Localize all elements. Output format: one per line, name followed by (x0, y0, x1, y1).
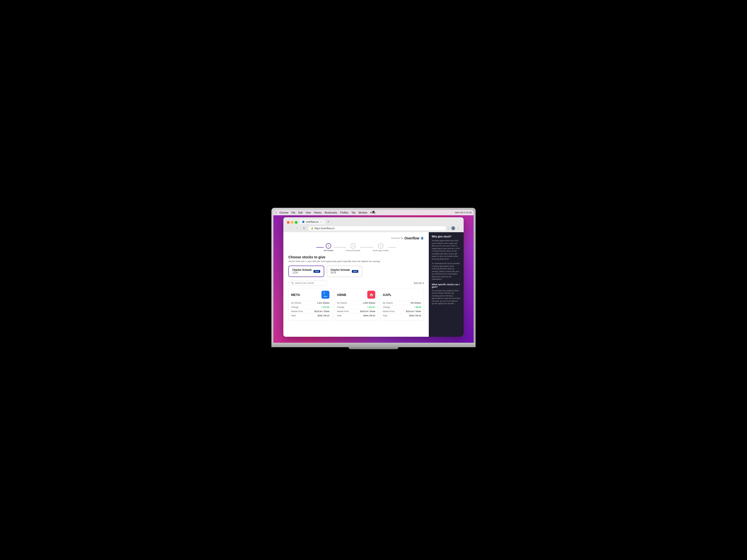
toolbar: ← → ↻ 🔒 https://overflow.co ☆ 👤 ⋮ (285, 224, 462, 232)
stock-meta-price-row: Market Price $333.64 / Share (291, 309, 329, 313)
active-tab[interactable]: 🔵 overflow.co ✕ (300, 219, 325, 224)
menu-tab[interactable]: Tab (351, 211, 355, 214)
stock-abnb-ticker: ABNB (337, 293, 346, 297)
stock-meta-shares-row: My Shares 1,321 Shares (291, 301, 329, 305)
account-card-2-info: Charles Schwab 5678 (331, 269, 350, 274)
stock-meta-change-label: Change (291, 306, 299, 309)
menu-chrome[interactable]: Chrome (279, 211, 288, 214)
back-button[interactable]: ← (287, 225, 293, 231)
tab-bar: 🔵 overflow.co ✕ + (285, 219, 462, 224)
stock-aapl-price-row: Market Price $333.64 / Share (383, 309, 421, 313)
stock-meta-change-row: Change + $12.89 (291, 305, 329, 309)
menu-bookmarks[interactable]: Bookmarks (325, 211, 337, 214)
forward-button[interactable]: → (294, 225, 300, 231)
step-2: 2 Personal Details (346, 243, 360, 251)
search-input-wrap[interactable]: 🔍 (288, 281, 328, 286)
laptop-foot (349, 347, 398, 349)
menu-profiles[interactable]: Profiles (340, 211, 349, 214)
user-profile-icon[interactable]: 👤 (420, 236, 424, 240)
stock-meta-total-row: Total $440,738.44 (291, 313, 329, 318)
meta-logo-text: fMeta (324, 292, 327, 297)
stock-meta-header: META fMeta (291, 291, 329, 299)
stock-aapl-ticker: AAPL (383, 293, 391, 297)
stepper-line-left (316, 247, 324, 248)
section-subtitle: Stocks held over 1 year with the most ap… (288, 260, 424, 263)
stepper-line-right (388, 247, 396, 248)
stock-card-meta[interactable]: META fMeta My Shares 1,321 Shares (288, 288, 332, 320)
menu-edit[interactable]: Edit (298, 211, 303, 214)
aapl-logo (413, 291, 421, 299)
stock-abnb-price-label: Market Price (337, 310, 349, 313)
sort-by-label: Sort by (414, 282, 421, 285)
main-content: Powered By Overflow 👤 1 Gift Details (283, 232, 429, 337)
stock-abnb-change-value: + $10.67 (367, 306, 375, 309)
sidebar-title-1: Why give stock? (432, 235, 461, 238)
menu-time: Mon Oct 3 12:19 (455, 211, 472, 214)
traffic-light-green[interactable] (295, 221, 298, 224)
stock-card-abnb[interactable]: ABNB 🏠 My Shares 1,000 Shares Change (334, 288, 378, 320)
step-1-label: Gift Details (324, 249, 333, 251)
browser-window: 🔵 overflow.co ✕ + ← → ↻ 🔒 (283, 217, 464, 337)
traffic-light-red[interactable] (287, 221, 290, 224)
menu-history[interactable]: History (314, 211, 322, 214)
search-input[interactable] (295, 282, 326, 284)
stock-abnb-price-row: Market Price $333.64 / Share (337, 309, 375, 313)
account-1-badge: VISA (313, 270, 320, 273)
step-2-label: Personal Details (346, 249, 360, 251)
account-card-1-info: Charles Schwab 1234 (292, 269, 311, 274)
apple-logo:  (275, 211, 276, 214)
account-card-2[interactable]: Charles Schwab 5678 VISA (327, 266, 363, 277)
menu-window[interactable]: Window (358, 211, 367, 214)
stock-abnb-total-label: Total (337, 314, 341, 317)
sidebar-body-3: You can give any publicly traded stock t… (432, 290, 461, 305)
stock-abnb-change-row: Change + $10.67 (337, 305, 375, 309)
stock-abnb-price-value: $333.64 / Share (360, 310, 376, 313)
traffic-light-yellow[interactable] (291, 221, 293, 224)
tab-close-button[interactable]: ✕ (320, 221, 323, 223)
stock-abnb-shares-value: 1,000 Shares (363, 302, 375, 304)
stock-aapl-total-row: Total $440,738.44 (383, 313, 421, 318)
stock-meta-price-label: Market Price (291, 310, 303, 313)
search-row: 🔍 Sort by ▾ (288, 281, 424, 286)
stock-abnb-total-value: $440,738.44 (364, 314, 375, 317)
stock-aapl-shares-row: My Shares 700 Shares (383, 301, 421, 305)
stock-card-aapl[interactable]: AAPL My Shares 700 Shares Change (380, 288, 424, 320)
tab-title: overflow.co (306, 220, 318, 223)
stock-aapl-shares-label: My Shares (383, 302, 393, 304)
account-1-name: Charles Schwab (292, 269, 311, 271)
menu-file[interactable]: File (291, 211, 295, 214)
stock-aapl-total-value: $440,738.44 (409, 314, 421, 317)
stock-aapl-shares-value: 700 Shares (410, 302, 421, 304)
new-tab-button[interactable]: + (326, 219, 331, 224)
step-3-circle: 3 (378, 243, 383, 249)
menu-view[interactable]: View (306, 211, 311, 214)
reload-button[interactable]: ↻ (301, 225, 307, 231)
step-3: 3 Brokerage Details (373, 243, 389, 251)
sidebar: Why give stock? Donating appreciated sto… (429, 232, 464, 337)
sort-by-button[interactable]: Sort by ▾ (414, 282, 424, 285)
step-3-label: Brokerage Details (373, 249, 389, 251)
stock-meta-shares-value: 1,321 Shares (317, 302, 329, 304)
stepper-line-2-3 (360, 247, 373, 248)
step-1: 1 Gift Details (324, 243, 333, 251)
toolbar-actions: ☆ 👤 ⋮ (447, 226, 460, 230)
sidebar-title-2: What specific stocks can I give? (432, 283, 461, 288)
stepper: 1 Gift Details 2 Personal Details (288, 243, 424, 251)
account-cards: Charles Schwab 1234 VISA Charles Schwab … (288, 266, 424, 277)
powered-by-label: Powered By (391, 237, 404, 239)
account-2-name: Charles Schwab (331, 269, 350, 271)
profile-icon[interactable]: 👤 (451, 226, 455, 230)
stock-aapl-change-label: Change (383, 306, 390, 309)
section-title: Choose stocks to give (288, 255, 424, 259)
stock-meta-shares-label: My Shares (291, 302, 301, 304)
camera-notch (372, 211, 375, 213)
account-card-1[interactable]: Charles Schwab 1234 VISA (288, 266, 324, 277)
sort-by-chevron: ▾ (422, 282, 424, 285)
more-options-icon[interactable]: ⋮ (457, 226, 460, 230)
bookmark-icon[interactable]: ☆ (447, 227, 450, 230)
address-bar[interactable]: 🔒 https://overflow.co (308, 226, 446, 231)
laptop-base (272, 343, 475, 347)
stock-meta-total-value: $440,738.44 (318, 314, 329, 317)
stock-abnb-total-row: Total $440,738.44 (337, 313, 375, 318)
stock-meta-change-value: + $12.89 (321, 306, 329, 309)
